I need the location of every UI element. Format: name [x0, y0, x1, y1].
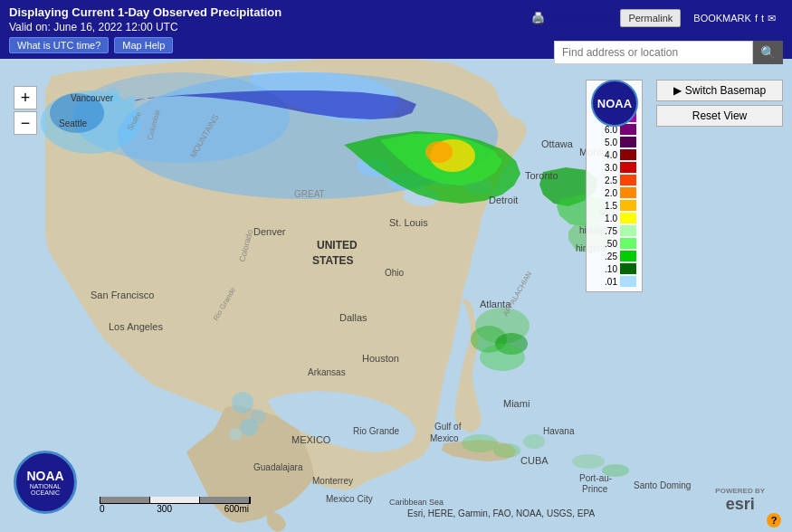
legend-item-color: [620, 263, 636, 274]
scale-segment-3: [200, 497, 250, 503]
legend-item-label: 1.0: [592, 214, 617, 223]
legend-item: 3.0: [592, 161, 636, 174]
switch-basemap-button[interactable]: ▶ Switch Basemap: [656, 80, 783, 101]
zoom-in-button[interactable]: +: [14, 86, 37, 109]
svg-point-20: [572, 454, 605, 469]
switch-basemap-label: Switch Basemap: [685, 84, 766, 97]
svg-point-19: [523, 434, 545, 449]
facebook-icon[interactable]: f: [755, 13, 758, 24]
print-label: Print this map: [549, 12, 615, 24]
legend-item-label: .75: [592, 226, 617, 236]
scale-labels: 0 300 600mi: [100, 504, 249, 514]
svg-text:MEXICO: MEXICO: [291, 434, 331, 445]
legend-item: .75: [592, 224, 636, 237]
legend-item-color: [620, 225, 636, 236]
legend-item-label: 1.5: [592, 201, 617, 211]
svg-text:Toronto: Toronto: [525, 170, 558, 181]
svg-text:Vancouver: Vancouver: [71, 93, 114, 103]
legend-item-color: [620, 187, 636, 198]
legend-item: 2.0: [592, 186, 636, 199]
legend-item: 1.0: [592, 212, 636, 224]
legend-item: 4.0: [592, 148, 636, 161]
scale-bar: 0 300 600mi: [100, 497, 251, 514]
legend-item-color: [620, 137, 636, 147]
svg-text:Seattle: Seattle: [59, 119, 88, 128]
svg-text:St. Louis: St. Louis: [389, 217, 428, 228]
print-button[interactable]: 🖨️ Print this map: [531, 12, 615, 24]
svg-point-13: [232, 392, 253, 413]
svg-text:Mexico: Mexico: [430, 433, 459, 443]
svg-text:Caribbean Sea: Caribbean Sea: [389, 498, 444, 507]
svg-point-4: [425, 141, 453, 163]
legend-item-label: .10: [592, 264, 617, 274]
svg-point-10: [480, 344, 525, 371]
twitter-icon[interactable]: t: [761, 13, 764, 24]
permalink-button[interactable]: Permalink: [620, 9, 681, 27]
svg-text:STATES: STATES: [312, 254, 354, 267]
legend-item-color: [620, 175, 636, 185]
legend-item-label: 4.0: [592, 150, 617, 160]
svg-text:Rio Grande: Rio Grande: [353, 426, 400, 436]
legend-item: .10: [592, 262, 636, 275]
legend-item: .01: [592, 275, 636, 288]
svg-text:Dallas: Dallas: [339, 312, 367, 323]
svg-text:Miami: Miami: [503, 398, 530, 409]
search-input[interactable]: [554, 41, 753, 64]
svg-point-12: [126, 96, 137, 107]
map-view-buttons: ▶ Switch Basemap Reset View: [656, 80, 783, 127]
utc-time-button[interactable]: What is UTC time?: [9, 37, 109, 53]
svg-text:Ohio: Ohio: [385, 268, 405, 278]
svg-point-15: [240, 418, 258, 436]
legend-item-color: [620, 276, 636, 287]
legend-item-label: 5.0: [592, 138, 617, 147]
svg-text:UNITED: UNITED: [317, 239, 358, 252]
svg-text:Havana: Havana: [543, 426, 575, 436]
noaa-badge-label: NOAA: [597, 97, 632, 110]
scale-segment-2: [150, 497, 200, 503]
map-container: Vancouver Seattle San Francisco Los Ange…: [0, 0, 792, 532]
noaa-badge: NOAA: [591, 80, 638, 127]
svg-text:Denver: Denver: [253, 226, 286, 237]
help-icon[interactable]: ?: [767, 513, 781, 527]
scale-label-mid: 300: [157, 504, 172, 514]
bookmark-area: BOOKMARK f t ✉: [686, 10, 783, 27]
esri-label: esri: [726, 495, 755, 513]
scale-label-end: 600mi: [224, 504, 249, 514]
legend-item-label: .01: [592, 277, 617, 287]
legend-item-color: [620, 124, 636, 135]
svg-text:Los Angeles: Los Angeles: [109, 321, 163, 332]
legend-item-label: 3.0: [592, 163, 617, 173]
svg-text:Detroit: Detroit: [489, 195, 518, 205]
search-bar: 🔍: [554, 41, 783, 64]
attribution-text: Esri, HERE, Garmin, FAO, NOAA, USGS, EPA: [407, 508, 595, 518]
map-help-button[interactable]: Map Help: [114, 37, 173, 53]
legend-item-color: [620, 162, 636, 173]
powered-by-label: POWERED BY: [715, 487, 765, 495]
svg-text:Houston: Houston: [362, 353, 399, 364]
svg-text:Ottawa: Ottawa: [541, 138, 574, 149]
reset-view-button[interactable]: Reset View: [656, 105, 783, 127]
svg-text:San Francisco: San Francisco: [91, 290, 154, 300]
search-button[interactable]: 🔍: [753, 41, 783, 64]
svg-text:Monterrey: Monterrey: [312, 476, 353, 486]
svg-point-18: [493, 443, 520, 458]
bookmark-label: BOOKMARK: [693, 13, 751, 24]
legend-item-label: 2.5: [592, 176, 617, 185]
legend-item-label: .50: [592, 239, 617, 249]
zoom-out-button[interactable]: −: [14, 111, 37, 135]
noaa-subtext: NATIONAL OCEANIC: [16, 483, 74, 496]
email-icon[interactable]: ✉: [768, 13, 776, 24]
esri-logo: POWERED BY esri: [715, 487, 765, 514]
scale-line: [100, 497, 251, 504]
svg-text:CUBA: CUBA: [520, 455, 549, 466]
legend-item: .25: [592, 250, 636, 262]
svg-text:Arkansas: Arkansas: [308, 367, 346, 377]
legend-item-color: [620, 149, 636, 160]
svg-text:Gulf of: Gulf of: [434, 422, 462, 432]
svg-text:Mexico City: Mexico City: [326, 494, 373, 504]
legend-item-color: [620, 238, 636, 249]
noaa-logo-text: NOAA: [26, 469, 63, 483]
noaa-logo: NOAA NATIONAL OCEANIC: [14, 451, 77, 514]
legend-item-color: [620, 213, 636, 223]
svg-text:Santo Doming: Santo Doming: [634, 480, 691, 490]
